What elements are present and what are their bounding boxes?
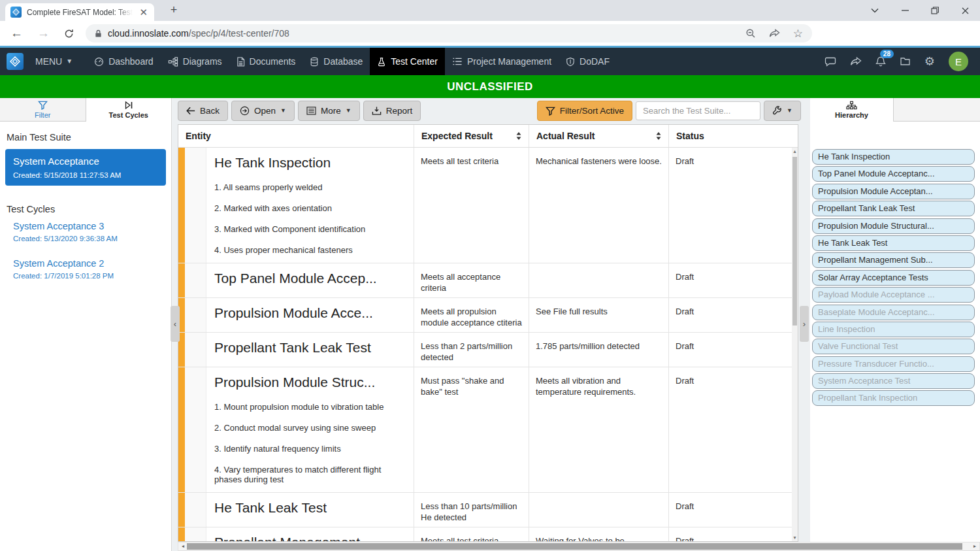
nav-item-documents[interactable]: Documents <box>229 48 303 75</box>
report-button-label: Report <box>386 106 413 116</box>
nav-item-dashboard[interactable]: Dashboard <box>87 48 161 75</box>
horizontal-scrollbar[interactable]: ◂ ▸ <box>178 542 980 551</box>
hierarchy-item[interactable]: Payload Module Acceptance ... <box>812 287 975 303</box>
table-row[interactable]: He Tank Inspection1. All seams properly … <box>178 148 792 263</box>
entity-step: 4. Vary temperatures to match different … <box>214 465 406 484</box>
hierarchy-item[interactable]: Propellant Management Sub... <box>812 252 975 268</box>
scroll-down-icon[interactable]: ▼ <box>792 535 798 540</box>
hierarchy-item[interactable]: Propellant Tank Leak Test <box>812 201 975 216</box>
back-button[interactable]: Back <box>178 101 228 121</box>
row-handle[interactable] <box>185 333 206 367</box>
hierarchy-item[interactable]: Propulsion Module Structural... <box>812 218 975 234</box>
nav-item-diagrams[interactable]: Diagrams <box>161 48 229 75</box>
avatar[interactable]: E <box>949 52 968 71</box>
nav-item-database[interactable]: Database <box>302 48 370 75</box>
nav-item-label: Dashboard <box>108 56 154 67</box>
share-icon[interactable] <box>769 29 780 38</box>
innoslate-logo[interactable] <box>7 53 24 70</box>
entity-content: Top Panel Module Accep... <box>206 263 414 297</box>
browser-tab[interactable]: Complete FireSAT Model: Test Su ✕ <box>5 3 154 21</box>
nav-item-dodaf[interactable]: DoDAF <box>559 48 617 75</box>
horizontal-scrollbar-thumb[interactable] <box>187 543 962 550</box>
test-cycle-item[interactable]: System Acceptance 2Created: 1/7/2019 5:0… <box>13 258 166 280</box>
search-input[interactable] <box>636 101 760 120</box>
tab-test-cycles[interactable]: Test Cycles <box>86 98 172 122</box>
reload-icon[interactable] <box>64 29 74 39</box>
more-button[interactable]: More ▼ <box>298 101 360 121</box>
nav-item-project-management[interactable]: Project Management <box>445 48 559 75</box>
hierarchy-item[interactable]: Propellant Tank Inspection <box>812 390 975 406</box>
row-handle[interactable] <box>185 148 206 263</box>
table-row[interactable]: Propulsion Module Acce...Meets all propu… <box>178 298 792 333</box>
hierarchy-item[interactable]: Pressure Transducer Functio... <box>812 356 975 372</box>
hierarchy-item[interactable]: He Tank Inspection <box>812 149 975 165</box>
selected-test-suite-card[interactable]: System Acceptance Created: 5/15/2018 11:… <box>5 149 166 186</box>
chat-icon[interactable] <box>825 57 836 67</box>
gear-icon[interactable]: ⚙ <box>924 56 935 67</box>
row-handle[interactable] <box>185 263 206 297</box>
table-row[interactable]: Top Panel Module Accep...Meets all accep… <box>178 263 792 298</box>
new-tab-button[interactable]: + <box>166 3 182 18</box>
hierarchy-item[interactable]: Top Panel Module Acceptanc... <box>812 166 975 182</box>
notifications-bell-icon[interactable]: 28 <box>875 56 886 67</box>
hierarchy-item[interactable]: Line Inspection <box>812 322 975 337</box>
tab-filter[interactable]: Filter <box>0 98 86 122</box>
minimize-icon[interactable] <box>890 0 920 21</box>
hierarchy-item[interactable]: He Tank Leak Test <box>812 235 975 251</box>
row-handle[interactable] <box>185 367 206 492</box>
tab-search-icon[interactable] <box>860 0 890 21</box>
menu-dropdown[interactable]: MENU ▼ <box>31 48 76 75</box>
hierarchy-item[interactable]: Solar Array Acceptance Tests <box>812 270 975 286</box>
scroll-left-icon[interactable]: ◂ <box>179 543 187 550</box>
bookmark-star-icon[interactable]: ☆ <box>793 27 803 41</box>
tools-wrench-button[interactable]: ▼ <box>764 101 801 121</box>
url-bar[interactable]: cloud.innoslate.com/spec/p/4/test-center… <box>86 24 812 42</box>
row-handle[interactable] <box>185 298 206 332</box>
row-status-bar <box>178 263 185 297</box>
scroll-up-icon[interactable]: ▲ <box>792 149 798 154</box>
column-header-expected-result[interactable]: Expected Result <box>414 125 529 147</box>
browser-window: Complete FireSAT Model: Test Su ✕ + ← → <box>0 0 980 551</box>
collapse-right-panel-handle[interactable]: › <box>800 306 809 342</box>
status-cell: Draft <box>668 298 792 332</box>
tab-hierarchy-label: Hierarchy <box>835 111 868 119</box>
tab-hierarchy[interactable]: Hierarchy <box>810 98 894 122</box>
vertical-scrollbar-thumb[interactable] <box>792 157 797 326</box>
forward-icon[interactable]: → <box>37 26 50 41</box>
url-path: /spec/p/4/test-center/708 <box>189 28 289 39</box>
maximize-icon[interactable] <box>920 0 950 21</box>
share-arrow-icon[interactable] <box>850 57 862 66</box>
hierarchy-item[interactable]: Propulsion Module Acceptan... <box>812 184 975 199</box>
folder-icon[interactable] <box>900 57 911 66</box>
filter-sort-active-button[interactable]: Filter/Sort Active <box>537 101 632 121</box>
back-icon[interactable]: ← <box>10 26 23 41</box>
collapse-left-panel-handle[interactable]: ‹ <box>171 306 180 342</box>
close-icon[interactable] <box>950 0 980 21</box>
table-row[interactable]: Propellant Management ...Meets all test … <box>178 527 792 541</box>
open-button[interactable]: Open ▼ <box>231 101 295 121</box>
actual-result-cell: See File full results <box>529 298 668 332</box>
table-row[interactable]: Propellant Tank Leak TestLess than 2 par… <box>178 333 792 367</box>
back-button-label: Back <box>200 106 220 116</box>
scroll-right-icon[interactable]: ▸ <box>971 543 979 550</box>
report-button[interactable]: Report <box>363 101 421 121</box>
expected-result-cell: Meets all test criteria <box>414 527 529 541</box>
table-row[interactable]: Propulsion Module Struc...1. Mount propu… <box>178 367 792 493</box>
tab-close-icon[interactable]: ✕ <box>138 7 149 18</box>
zoom-out-icon[interactable] <box>745 28 756 39</box>
row-handle[interactable] <box>185 493 206 527</box>
nav-item-test-center[interactable]: Test Center <box>370 48 445 75</box>
hierarchy-item[interactable]: System Acceptance Test <box>812 373 975 389</box>
table-row[interactable]: He Tank Leak TestLess than 10 parts/mill… <box>178 493 792 527</box>
hierarchy-item[interactable]: Baseplate Module Acceptanc... <box>812 305 975 320</box>
entity-cell: Propulsion Module Struc...1. Mount propu… <box>178 367 414 492</box>
status-cell: Draft <box>668 333 792 367</box>
column-header-actual-result[interactable]: Actual Result <box>529 125 668 147</box>
hierarchy-item[interactable]: Valve Functional Test <box>812 339 975 354</box>
row-handle[interactable] <box>185 527 206 541</box>
lock-icon[interactable] <box>95 29 102 38</box>
vertical-scrollbar[interactable]: ▲ ▼ <box>792 148 798 541</box>
sort-icon[interactable] <box>656 132 661 140</box>
sort-icon[interactable] <box>516 132 521 140</box>
test-cycle-item[interactable]: System Acceptance 3Created: 5/13/2020 9:… <box>13 221 166 242</box>
